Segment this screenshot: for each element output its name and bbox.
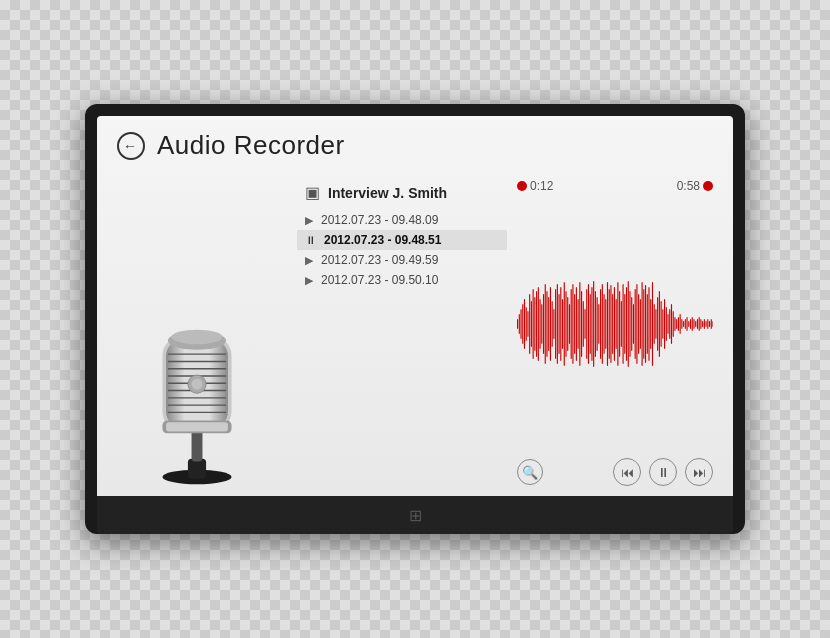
svg-rect-43 [557, 284, 558, 364]
playback-controls: ⏮ ⏸ ⏭ [613, 458, 713, 486]
time-start-marker: 0:12 [517, 179, 553, 193]
svg-rect-116 [683, 321, 684, 327]
svg-rect-122 [693, 319, 694, 329]
svg-rect-100 [655, 309, 656, 339]
svg-rect-104 [662, 309, 663, 339]
svg-rect-56 [579, 282, 580, 366]
svg-rect-85 [629, 291, 630, 357]
recording-group: ▣ Interview J. Smith [297, 179, 507, 206]
back-arrow-icon: ← [123, 139, 137, 153]
svg-rect-132 [711, 319, 712, 329]
play-icon-3: ▶ [305, 254, 313, 267]
folder-icon: ▣ [305, 183, 320, 202]
zoom-icon: 🔍 [522, 465, 538, 480]
start-dot [517, 181, 527, 191]
rec-timestamp-4: 2012.07.23 - 09.50.10 [321, 273, 438, 287]
svg-rect-108 [669, 309, 670, 339]
svg-rect-65 [595, 291, 596, 357]
controls-bar: 🔍 ⏮ ⏸ ⏭ [517, 458, 713, 486]
rewind-button[interactable]: ⏮ [613, 458, 641, 486]
pause-button[interactable]: ⏸ [649, 458, 677, 486]
svg-rect-101 [657, 297, 658, 351]
svg-rect-66 [597, 297, 598, 351]
svg-rect-77 [616, 299, 617, 349]
svg-rect-130 [707, 319, 708, 329]
svg-rect-40 [552, 301, 553, 347]
play-icon-4: ▶ [305, 274, 313, 287]
svg-rect-45 [560, 287, 561, 361]
svg-rect-75 [612, 294, 613, 354]
zoom-button[interactable]: 🔍 [517, 459, 543, 485]
svg-rect-32 [538, 287, 539, 361]
svg-rect-20 [517, 319, 518, 329]
timeline-bar: 0:12 0:58 [517, 179, 713, 193]
group-name: Interview J. Smith [328, 185, 447, 201]
waveform-container[interactable] [517, 197, 713, 450]
pause-icon-2: ⏸ [305, 234, 316, 246]
time-end-label: 0:58 [677, 179, 700, 193]
svg-rect-115 [681, 319, 682, 329]
svg-rect-51 [571, 289, 572, 359]
svg-rect-63 [591, 287, 592, 361]
svg-rect-73 [609, 289, 610, 359]
svg-rect-67 [598, 304, 599, 344]
svg-rect-64 [593, 281, 594, 367]
svg-rect-61 [588, 284, 589, 364]
svg-rect-1 [188, 459, 206, 479]
svg-rect-24 [524, 299, 525, 349]
svg-rect-84 [628, 281, 629, 367]
svg-point-15 [172, 330, 223, 345]
svg-rect-86 [631, 297, 632, 351]
svg-rect-69 [602, 284, 603, 364]
svg-rect-121 [692, 317, 693, 331]
svg-rect-98 [652, 282, 653, 366]
svg-rect-90 [638, 294, 639, 354]
app-content: ▣ Interview J. Smith ▶ 2012.07.23 - 09.4… [97, 169, 733, 496]
screen: ← Audio Recorder [97, 116, 733, 496]
svg-rect-71 [605, 299, 606, 349]
svg-rect-74 [610, 285, 611, 363]
svg-rect-44 [559, 294, 560, 354]
svg-rect-87 [633, 304, 634, 344]
svg-rect-50 [569, 304, 570, 344]
windows-logo: ⊞ [409, 506, 422, 525]
svg-rect-41 [553, 309, 554, 339]
pause-icon: ⏸ [657, 465, 670, 480]
app-header: ← Audio Recorder [97, 116, 733, 169]
svg-rect-126 [700, 319, 701, 329]
svg-rect-55 [578, 299, 579, 349]
svg-rect-62 [590, 294, 591, 354]
svg-rect-97 [650, 299, 651, 349]
svg-rect-102 [659, 291, 660, 357]
svg-rect-133 [712, 321, 713, 327]
app-title: Audio Recorder [157, 130, 345, 161]
recording-item-4[interactable]: ▶ 2012.07.23 - 09.50.10 [297, 270, 507, 290]
recording-item[interactable]: ▶ 2012.07.23 - 09.48.09 [297, 210, 507, 230]
svg-rect-112 [676, 319, 677, 329]
recording-item-3[interactable]: ▶ 2012.07.23 - 09.49.59 [297, 250, 507, 270]
svg-rect-25 [526, 307, 527, 341]
monitor: ← Audio Recorder [85, 104, 745, 534]
svg-rect-103 [661, 301, 662, 347]
back-button[interactable]: ← [117, 132, 145, 160]
svg-rect-27 [529, 294, 530, 354]
forward-button[interactable]: ⏭ [685, 458, 713, 486]
forward-icon: ⏭ [693, 465, 706, 480]
svg-rect-22 [520, 309, 521, 339]
monitor-bezel: ⊞ [97, 496, 733, 534]
svg-rect-128 [704, 319, 705, 329]
svg-rect-83 [626, 287, 627, 361]
svg-rect-26 [527, 311, 528, 337]
svg-rect-119 [688, 321, 689, 327]
time-start-label: 0:12 [530, 179, 553, 193]
waveform-panel: 0:12 0:58 [507, 169, 733, 496]
svg-rect-79 [619, 291, 620, 357]
svg-rect-29 [533, 289, 534, 359]
svg-rect-59 [584, 309, 585, 339]
svg-rect-52 [572, 284, 573, 364]
svg-rect-35 [543, 294, 544, 354]
svg-rect-127 [702, 321, 703, 327]
svg-rect-49 [567, 297, 568, 351]
recording-item-active[interactable]: ⏸ 2012.07.23 - 09.48.51 [297, 230, 507, 250]
svg-rect-76 [614, 287, 615, 361]
